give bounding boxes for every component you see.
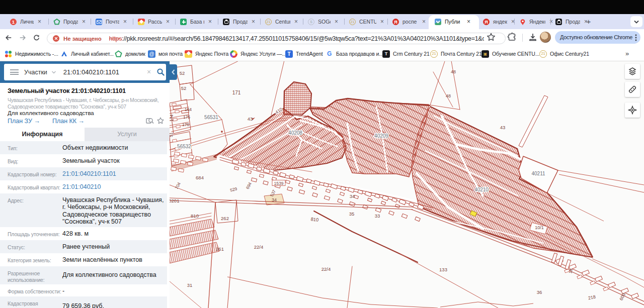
svg-text:133: 133 xyxy=(439,267,447,272)
svg-text:43: 43 xyxy=(500,125,506,130)
svg-text:18: 18 xyxy=(568,268,574,274)
svg-text:40201: 40201 xyxy=(170,198,179,203)
svg-text:33: 33 xyxy=(375,213,380,219)
svg-text:810: 810 xyxy=(191,213,199,219)
svg-text:43: 43 xyxy=(248,116,253,122)
svg-text:810: 810 xyxy=(310,216,319,223)
svg-text:684: 684 xyxy=(196,175,204,180)
svg-text:175: 175 xyxy=(183,115,190,120)
svg-text:164: 164 xyxy=(185,107,192,112)
svg-text:56531: 56531 xyxy=(204,115,218,120)
svg-text:1539: 1539 xyxy=(274,181,284,186)
svg-text:10/1: 10/1 xyxy=(535,225,544,230)
svg-text:36: 36 xyxy=(537,289,542,295)
svg-text:48: 48 xyxy=(446,93,451,98)
svg-text:51: 51 xyxy=(170,132,174,137)
svg-text:34: 34 xyxy=(350,194,355,199)
svg-text:40209: 40209 xyxy=(374,133,388,139)
svg-text:22/4: 22/4 xyxy=(321,266,331,272)
svg-text:22/4: 22/4 xyxy=(254,244,264,250)
svg-text:174: 174 xyxy=(170,115,174,122)
svg-text:40208: 40208 xyxy=(288,130,302,136)
svg-text:176: 176 xyxy=(182,122,189,127)
svg-text:52: 52 xyxy=(181,85,187,91)
svg-text:52: 52 xyxy=(180,70,185,76)
svg-text:35: 35 xyxy=(349,211,355,217)
svg-text:56532: 56532 xyxy=(177,144,191,149)
svg-text:261: 261 xyxy=(216,246,224,252)
svg-text:40211: 40211 xyxy=(531,171,545,176)
svg-text:262: 262 xyxy=(221,216,229,221)
svg-text:48: 48 xyxy=(451,69,456,74)
svg-text:171: 171 xyxy=(232,90,241,95)
svg-text:31: 31 xyxy=(187,282,193,288)
svg-text:40210: 40210 xyxy=(474,187,489,192)
